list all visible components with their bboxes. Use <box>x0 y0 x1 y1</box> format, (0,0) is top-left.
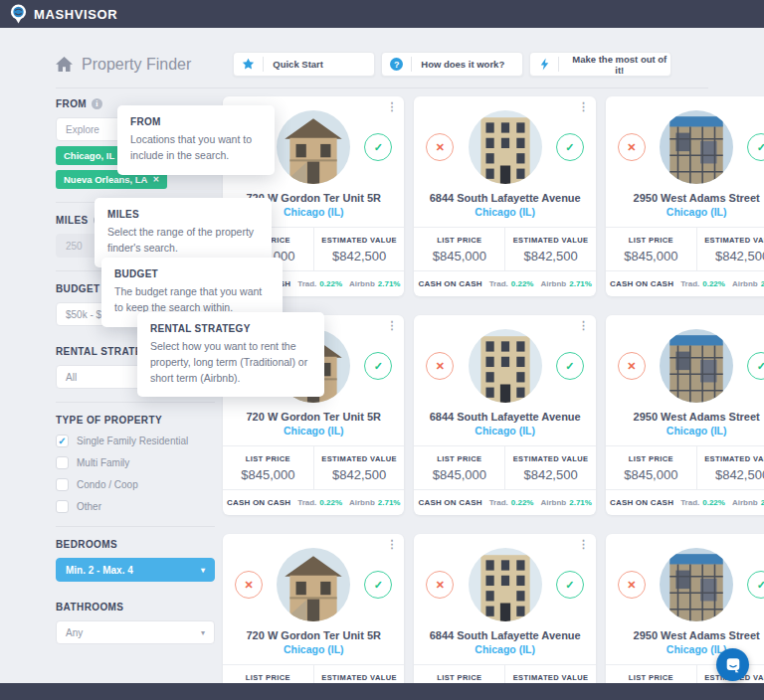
property-city-link[interactable]: Chicago (IL) <box>414 425 595 437</box>
chevron-down-icon: ▾ <box>201 566 205 575</box>
accept-property-button[interactable]: ✓ <box>747 352 764 380</box>
mashvisor-logo-icon[interactable] <box>10 4 27 24</box>
accept-property-button[interactable]: ✓ <box>556 133 584 161</box>
property-address: 2950 West Adams Street <box>606 192 764 204</box>
trad-coc-value: 0.22% <box>319 279 342 288</box>
accept-property-button[interactable]: ✓ <box>556 571 584 599</box>
kebab-menu-icon[interactable]: ⋮ <box>386 539 397 550</box>
header-divider <box>56 88 708 88</box>
remove-tag-icon[interactable]: ✕ <box>152 175 159 184</box>
filters-sidebar: FROMi Chicago, IL✕ Nueva Orleans, LA✕ MI… <box>56 96 215 700</box>
airbnb-coc-value: 2.71% <box>569 498 592 507</box>
trad-coc-value: 0.22% <box>511 279 534 288</box>
accept-property-button[interactable]: ✓ <box>747 133 764 161</box>
estimated-value: $842,500 <box>505 467 596 482</box>
accept-property-button[interactable]: ✓ <box>364 133 392 161</box>
kebab-menu-icon[interactable]: ⋮ <box>386 320 397 331</box>
kebab-menu-icon[interactable]: ⋮ <box>578 320 589 331</box>
footer-bar <box>0 683 764 700</box>
property-photo <box>469 548 542 621</box>
property-photo <box>277 110 350 184</box>
brand-name[interactable]: MASHVISOR <box>34 7 117 22</box>
property-type-option[interactable]: ✓Condo / Coop <box>56 478 215 491</box>
property-address: 720 W Gordon Ter Unit 5R <box>223 629 404 641</box>
estimated-value: $842,500 <box>314 249 405 263</box>
property-card: ⋮ ✕ ✓ 2950 West Adams Street Chicago (IL… <box>606 96 764 296</box>
property-card: ⋮ ✕ ✓ 6844 South Lafayette Avenue Chicag… <box>414 96 595 296</box>
bedrooms-select[interactable]: Min. 2 - Max. 4 ▾ <box>56 558 215 582</box>
cash-on-cash-row: CASH ON CASH Trad. 0.22% Airbnb 2.71% <box>606 489 764 515</box>
property-city-link[interactable]: Chicago (IL) <box>223 643 404 655</box>
list-price-block: LIST PRICE $845,000 <box>223 446 313 489</box>
property-city-link[interactable]: Chicago (IL) <box>223 425 404 437</box>
property-city-link[interactable]: Chicago (IL) <box>414 643 595 655</box>
cash-on-cash-row: CASH ON CASH Trad. 0.22% Airbnb 2.71% <box>414 489 595 515</box>
trad-coc-value: 0.22% <box>702 279 725 288</box>
reject-property-button[interactable]: ✕ <box>618 133 646 161</box>
list-price-value: $845,000 <box>414 249 504 263</box>
property-photo <box>469 110 542 184</box>
chat-launcher-button[interactable] <box>716 648 749 681</box>
property-card: ⋮ ✕ ✓ 6844 South Lafayette Avenue Chicag… <box>414 534 595 700</box>
info-icon[interactable]: i <box>92 98 102 109</box>
property-type-option[interactable]: ✓Multi Family <box>56 456 215 469</box>
accept-property-button[interactable]: ✓ <box>747 571 764 599</box>
reject-property-button[interactable]: ✕ <box>426 133 454 161</box>
reject-property-button[interactable]: ✕ <box>426 571 454 599</box>
estimated-value-block: ESTIMATED VALUE $842,500 <box>504 446 596 489</box>
property-address: 6844 South Lafayette Avenue <box>414 411 595 423</box>
accept-property-button[interactable]: ✓ <box>556 352 584 380</box>
accept-property-button[interactable]: ✓ <box>364 571 392 599</box>
property-photo <box>469 329 542 403</box>
property-photo <box>660 329 733 403</box>
property-photo <box>277 548 350 621</box>
quick-start-button[interactable]: Quick Start <box>233 52 375 77</box>
kebab-menu-icon[interactable]: ⋮ <box>578 539 589 550</box>
estimated-value-block: ESTIMATED VALUE $842,500 <box>313 228 405 270</box>
checkbox-icon: ✓ <box>56 435 69 447</box>
list-price-block: LIST PRICE $845,000 <box>606 446 696 489</box>
property-address: 2950 West Adams Street <box>606 629 764 641</box>
estimated-value: $842,500 <box>505 249 596 263</box>
reject-property-button[interactable]: ✕ <box>235 571 263 599</box>
filter-property-type: TYPE OF PROPERTY ✓Single Family Resident… <box>56 415 215 513</box>
property-type-option[interactable]: ✓Other <box>56 500 215 513</box>
trad-coc-value: 0.22% <box>702 498 725 507</box>
kebab-menu-icon[interactable]: ⋮ <box>578 101 589 112</box>
property-address: 2950 West Adams Street <box>606 411 764 423</box>
trad-coc-value: 0.22% <box>511 498 534 507</box>
property-city-link[interactable]: Chicago (IL) <box>414 206 595 218</box>
checkbox-icon: ✓ <box>56 500 69 513</box>
estimated-value: $842,500 <box>314 467 405 482</box>
estimated-value: $842,500 <box>697 467 764 482</box>
filter-bedrooms: BEDROOMS Min. 2 - Max. 4 ▾ <box>56 539 215 582</box>
list-price-value: $845,000 <box>606 467 696 482</box>
reject-property-button[interactable]: ✕ <box>618 571 646 599</box>
filter-bathrooms: BATHROOMS Any ▾ <box>56 602 215 644</box>
list-price-value: $845,000 <box>414 467 504 482</box>
question-icon: ? <box>382 57 412 72</box>
page-title: Property Finder <box>56 56 191 74</box>
property-city-link[interactable]: Chicago (IL) <box>606 206 764 218</box>
property-grid: ⋮ ✕ ✓ 720 W Gordon Ter Unit 5R Chicago (… <box>223 96 764 700</box>
intercom-chat-icon <box>724 656 742 674</box>
sidebar-divider <box>56 526 215 527</box>
bathrooms-select[interactable]: Any ▾ <box>56 620 215 644</box>
how-does-it-work-button[interactable]: ? How does it work? <box>381 52 523 77</box>
star-icon <box>234 57 264 72</box>
cash-on-cash-row: CASH ON CASH Trad. 0.22% Airbnb 2.71% <box>223 489 404 515</box>
make-the-most-button[interactable]: Make the most out of it! <box>529 52 671 77</box>
checkbox-icon: ✓ <box>56 456 69 469</box>
estimated-value-block: ESTIMATED VALUE $842,500 <box>504 228 596 270</box>
property-type-option[interactable]: ✓Single Family Residential <box>56 435 215 447</box>
estimated-value-block: ESTIMATED VALUE $842,500 <box>696 228 764 270</box>
estimated-value: $842,500 <box>697 249 764 263</box>
property-city-link[interactable]: Chicago (IL) <box>606 425 764 437</box>
reject-property-button[interactable]: ✕ <box>426 352 454 380</box>
property-card: ⋮ ✕ ✓ 6844 South Lafayette Avenue Chicag… <box>414 315 595 515</box>
accept-property-button[interactable]: ✓ <box>364 352 392 380</box>
trad-coc-value: 0.22% <box>319 498 342 507</box>
property-card: ⋮ ✕ ✓ 720 W Gordon Ter Unit 5R Chicago (… <box>223 534 404 700</box>
kebab-menu-icon[interactable]: ⋮ <box>386 101 397 112</box>
reject-property-button[interactable]: ✕ <box>618 352 646 380</box>
